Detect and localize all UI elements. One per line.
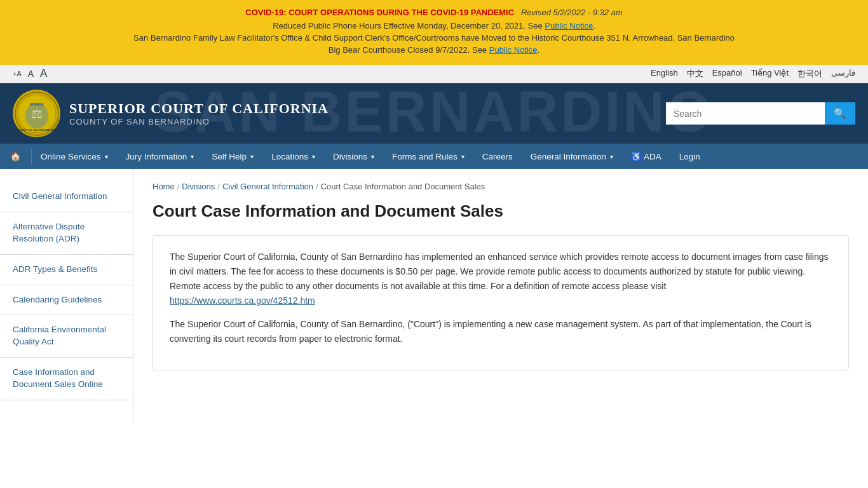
sidebar: Civil General Information Alternative Di…	[0, 169, 133, 423]
sidebar-item-case-info[interactable]: Case Information and Document Sales Onli…	[0, 358, 133, 400]
font-size-controls: +A A A	[13, 67, 47, 80]
lang-vietnamese[interactable]: Tiếng Việt	[751, 68, 789, 79]
lang-farsi[interactable]: فارسی	[831, 68, 855, 79]
nav-careers[interactable]: Careers	[473, 144, 522, 169]
lang-korean[interactable]: 한국어	[797, 68, 822, 79]
header-title: Superior Court of California County of S…	[69, 100, 329, 126]
covid-revised: Revised 5/2/2022 - 9:32 am	[521, 8, 623, 17]
font-large-btn[interactable]: A	[40, 67, 47, 80]
alert-banner: COVID-19: COURT OPERATIONS DURING THE CO…	[0, 0, 868, 65]
page-title: Court Case Information and Document Sale…	[153, 201, 849, 221]
courts-link[interactable]: https://www.courts.ca.gov/42512.htm	[170, 295, 315, 306]
court-county: County of San Bernardino	[69, 117, 329, 126]
nav-forms-and-rules[interactable]: Forms and Rules ▾	[383, 144, 473, 169]
nav-locations[interactable]: Locations ▾	[262, 144, 324, 169]
covid-alert-line: COVID-19: COURT OPERATIONS DURING THE CO…	[13, 8, 855, 17]
main-navigation: 🏠 Online Services ▾ Jury Information ▾ S…	[0, 144, 868, 169]
chevron-down-icon: ▾	[461, 153, 465, 160]
family-law-notice: San Bernardino Family Law Facilitator's …	[13, 33, 855, 43]
nav-jury-information[interactable]: Jury Information ▾	[117, 144, 203, 169]
phone-notice: Reduced Public Phone Hours Effective Mon…	[13, 21, 855, 30]
nav-login[interactable]: Login	[670, 144, 709, 169]
public-notice-link-1[interactable]: Public Notice	[545, 21, 593, 30]
bear-notice: Big Bear Courthouse Closed 9/7/2022. See…	[13, 45, 855, 55]
nav-self-help[interactable]: Self Help ▾	[203, 144, 262, 169]
breadcrumb-home[interactable]: Home	[153, 182, 175, 191]
chevron-down-icon: ▾	[610, 153, 613, 160]
main-content: Home / Divisions / Civil General Informa…	[133, 169, 868, 423]
breadcrumb-current: Court Case Information and Document Sale…	[321, 182, 485, 191]
font-medium-btn[interactable]: A	[28, 69, 34, 79]
nav-divisions[interactable]: Divisions ▾	[324, 144, 383, 169]
nav-online-services[interactable]: Online Services ▾	[32, 144, 117, 169]
breadcrumb: Home / Divisions / Civil General Informa…	[153, 182, 849, 191]
court-seal: EUREKA COUNTY OF SAN BERNARDINO ⚖	[13, 90, 60, 137]
public-notice-link-2[interactable]: Public Notice	[489, 45, 538, 55]
language-links: English 中文 Español Tiếng Việt 한국어 فارسی	[651, 68, 855, 79]
content-wrapper: Civil General Information Alternative Di…	[0, 169, 868, 423]
svg-text:⚖: ⚖	[31, 107, 43, 121]
chevron-down-icon: ▾	[191, 153, 194, 160]
header-branding: EUREKA COUNTY OF SAN BERNARDINO ⚖ Superi…	[13, 90, 329, 137]
font-small-btn[interactable]: +A	[13, 70, 22, 78]
svg-text:COUNTY OF SAN BERNARDINO: COUNTY OF SAN BERNARDINO	[17, 128, 56, 132]
nav-ada[interactable]: ♿ ADA	[622, 144, 670, 169]
search-area: 🔍	[666, 102, 855, 125]
sidebar-item-adr-types[interactable]: ADR Types & Benefits	[0, 255, 133, 285]
search-button[interactable]: 🔍	[825, 102, 855, 125]
breadcrumb-sep-3: /	[316, 182, 318, 191]
site-header: SAN BERNARDINO EUREKA COUNTY OF SAN BERN…	[0, 83, 868, 144]
covid-title: COVID-19: COURT OPERATIONS DURING THE CO…	[245, 8, 514, 17]
breadcrumb-civil[interactable]: Civil General Information	[222, 182, 313, 191]
breadcrumb-divisions[interactable]: Divisions	[182, 182, 215, 191]
court-name: Superior Court of California	[69, 100, 329, 117]
sidebar-item-civil-general[interactable]: Civil General Information	[0, 182, 133, 212]
lang-spanish[interactable]: Español	[712, 68, 742, 79]
sidebar-item-ceqa[interactable]: California Environmental Quality Act	[0, 315, 133, 358]
chevron-down-icon: ▾	[105, 153, 108, 160]
content-paragraph-1: The Superior Court of California, County…	[170, 250, 832, 308]
content-paragraph-2: The Superior Court of California, County…	[170, 317, 832, 346]
breadcrumb-sep-2: /	[217, 182, 220, 191]
nav-home[interactable]: 🏠	[0, 144, 31, 169]
chevron-down-icon: ▾	[371, 153, 374, 160]
chevron-down-icon: ▾	[312, 153, 315, 160]
sidebar-item-adr[interactable]: Alternative Dispute Resolution (ADR)	[0, 212, 133, 255]
breadcrumb-sep-1: /	[177, 182, 180, 191]
content-box: The Superior Court of California, County…	[153, 235, 849, 370]
lang-chinese[interactable]: 中文	[687, 68, 703, 79]
lang-english[interactable]: English	[651, 68, 678, 79]
top-bar: +A A A English 中文 Español Tiếng Việt 한국어…	[0, 65, 868, 83]
chevron-down-icon: ▾	[250, 153, 254, 160]
search-input[interactable]	[666, 102, 825, 125]
sidebar-item-calendaring[interactable]: Calendaring Guidelines	[0, 285, 133, 316]
nav-general-information[interactable]: General Information ▾	[522, 144, 622, 169]
